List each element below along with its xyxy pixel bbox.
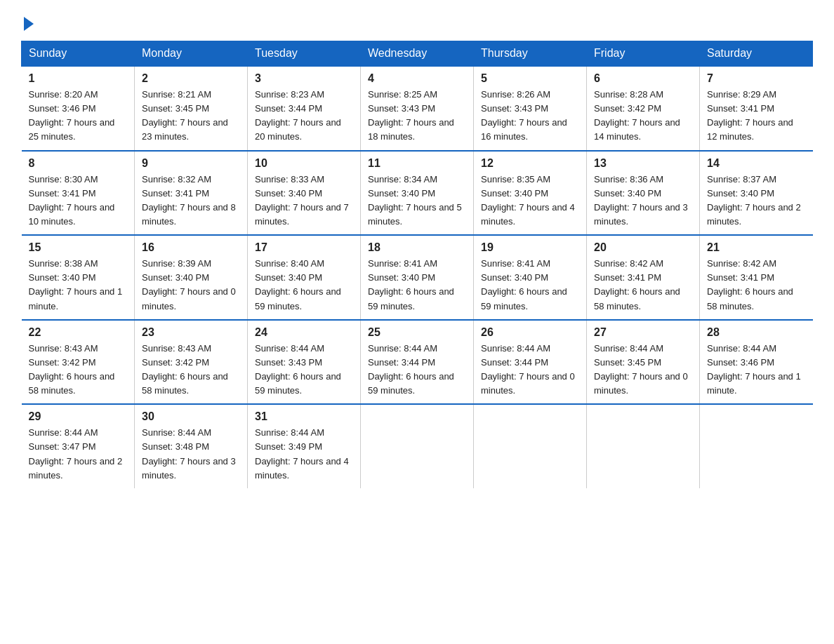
day-info: Sunrise: 8:26 AM Sunset: 3:43 PM Dayligh…: [481, 88, 579, 145]
day-info: Sunrise: 8:42 AM Sunset: 3:41 PM Dayligh…: [707, 257, 806, 314]
daylight-label: Daylight: 6 hours and 58 minutes.: [29, 371, 115, 396]
daylight-label: Daylight: 6 hours and 58 minutes.: [707, 286, 793, 311]
day-number: 8: [29, 157, 128, 170]
sunrise-label: Sunrise: 8:44 AM: [594, 343, 663, 354]
sunset-label: Sunset: 3:40 PM: [481, 188, 548, 199]
sunset-label: Sunset: 3:44 PM: [368, 357, 435, 368]
daylight-label: Daylight: 6 hours and 59 minutes.: [481, 286, 567, 311]
daylight-label: Daylight: 7 hours and 1 minute.: [707, 371, 801, 396]
sunrise-label: Sunrise: 8:23 AM: [255, 89, 324, 100]
day-info: Sunrise: 8:38 AM Sunset: 3:40 PM Dayligh…: [29, 257, 128, 314]
sunrise-label: Sunrise: 8:44 AM: [368, 343, 437, 354]
table-row: 8 Sunrise: 8:30 AM Sunset: 3:41 PM Dayli…: [22, 151, 135, 236]
table-row: 11 Sunrise: 8:34 AM Sunset: 3:40 PM Dayl…: [361, 151, 474, 236]
col-tuesday: Tuesday: [248, 41, 361, 67]
calendar-week-row: 22 Sunrise: 8:43 AM Sunset: 3:42 PM Dayl…: [22, 320, 813, 405]
sunrise-label: Sunrise: 8:25 AM: [368, 89, 437, 100]
daylight-label: Daylight: 7 hours and 5 minutes.: [368, 202, 462, 227]
daylight-label: Daylight: 7 hours and 1 minute.: [29, 286, 123, 311]
col-thursday: Thursday: [474, 41, 587, 67]
daylight-label: Daylight: 7 hours and 2 minutes.: [29, 456, 123, 481]
day-number: 2: [142, 72, 240, 85]
table-row: 31 Sunrise: 8:44 AM Sunset: 3:49 PM Dayl…: [248, 404, 361, 488]
calendar-header-row: Sunday Monday Tuesday Wednesday Thursday…: [22, 41, 813, 67]
day-number: 1: [29, 72, 128, 85]
day-info: Sunrise: 8:34 AM Sunset: 3:40 PM Dayligh…: [368, 173, 466, 229]
table-row: 17 Sunrise: 8:40 AM Sunset: 3:40 PM Dayl…: [248, 235, 361, 320]
sunset-label: Sunset: 3:49 PM: [255, 441, 322, 452]
table-row: 2 Sunrise: 8:21 AM Sunset: 3:45 PM Dayli…: [135, 66, 248, 151]
sunrise-label: Sunrise: 8:43 AM: [29, 343, 98, 354]
daylight-label: Daylight: 7 hours and 16 minutes.: [481, 117, 567, 142]
table-row: 19 Sunrise: 8:41 AM Sunset: 3:40 PM Dayl…: [474, 235, 587, 320]
table-row: 29 Sunrise: 8:44 AM Sunset: 3:47 PM Dayl…: [22, 404, 135, 488]
table-row: 21 Sunrise: 8:42 AM Sunset: 3:41 PM Dayl…: [700, 235, 813, 320]
sunrise-label: Sunrise: 8:42 AM: [707, 258, 776, 269]
col-wednesday: Wednesday: [361, 41, 474, 67]
sunset-label: Sunset: 3:41 PM: [142, 188, 209, 199]
sunrise-label: Sunrise: 8:29 AM: [707, 89, 776, 100]
sunset-label: Sunset: 3:41 PM: [594, 272, 661, 283]
daylight-label: Daylight: 6 hours and 59 minutes.: [255, 286, 341, 311]
day-info: Sunrise: 8:23 AM Sunset: 3:44 PM Dayligh…: [255, 88, 353, 145]
sunset-label: Sunset: 3:43 PM: [255, 357, 322, 368]
sunrise-label: Sunrise: 8:20 AM: [29, 89, 98, 100]
sunrise-label: Sunrise: 8:44 AM: [255, 343, 324, 354]
table-row: 14 Sunrise: 8:37 AM Sunset: 3:40 PM Dayl…: [700, 151, 813, 236]
table-row: 6 Sunrise: 8:28 AM Sunset: 3:42 PM Dayli…: [587, 66, 700, 151]
daylight-label: Daylight: 7 hours and 18 minutes.: [368, 117, 454, 142]
sunrise-label: Sunrise: 8:38 AM: [29, 258, 98, 269]
table-row: 20 Sunrise: 8:42 AM Sunset: 3:41 PM Dayl…: [587, 235, 700, 320]
sunrise-label: Sunrise: 8:44 AM: [142, 427, 211, 438]
day-info: Sunrise: 8:35 AM Sunset: 3:40 PM Dayligh…: [481, 173, 579, 229]
sunrise-label: Sunrise: 8:26 AM: [481, 89, 550, 100]
table-row: [361, 404, 474, 488]
calendar-week-row: 1 Sunrise: 8:20 AM Sunset: 3:46 PM Dayli…: [22, 66, 813, 151]
table-row: 1 Sunrise: 8:20 AM Sunset: 3:46 PM Dayli…: [22, 66, 135, 151]
day-info: Sunrise: 8:20 AM Sunset: 3:46 PM Dayligh…: [29, 88, 128, 145]
day-info: Sunrise: 8:42 AM Sunset: 3:41 PM Dayligh…: [594, 257, 692, 314]
sunset-label: Sunset: 3:40 PM: [368, 188, 435, 199]
sunrise-label: Sunrise: 8:36 AM: [594, 174, 663, 185]
sunset-label: Sunset: 3:43 PM: [481, 103, 548, 114]
table-row: 4 Sunrise: 8:25 AM Sunset: 3:43 PM Dayli…: [361, 66, 474, 151]
daylight-label: Daylight: 7 hours and 20 minutes.: [255, 117, 341, 142]
sunrise-label: Sunrise: 8:43 AM: [142, 343, 211, 354]
logo: [21, 14, 34, 28]
sunset-label: Sunset: 3:41 PM: [29, 188, 96, 199]
table-row: 26 Sunrise: 8:44 AM Sunset: 3:44 PM Dayl…: [474, 320, 587, 405]
sunset-label: Sunset: 3:40 PM: [594, 188, 661, 199]
day-info: Sunrise: 8:44 AM Sunset: 3:44 PM Dayligh…: [481, 342, 579, 398]
day-number: 14: [707, 157, 806, 170]
daylight-label: Daylight: 7 hours and 4 minutes.: [481, 202, 575, 227]
table-row: 3 Sunrise: 8:23 AM Sunset: 3:44 PM Dayli…: [248, 66, 361, 151]
sunrise-label: Sunrise: 8:28 AM: [594, 89, 663, 100]
sunset-label: Sunset: 3:45 PM: [594, 357, 661, 368]
sunset-label: Sunset: 3:45 PM: [142, 103, 209, 114]
day-number: 31: [255, 410, 353, 423]
day-number: 24: [255, 326, 353, 339]
sunrise-label: Sunrise: 8:44 AM: [29, 427, 98, 438]
table-row: 25 Sunrise: 8:44 AM Sunset: 3:44 PM Dayl…: [361, 320, 474, 405]
sunset-label: Sunset: 3:43 PM: [368, 103, 435, 114]
day-info: Sunrise: 8:44 AM Sunset: 3:47 PM Dayligh…: [29, 426, 128, 483]
table-row: 30 Sunrise: 8:44 AM Sunset: 3:48 PM Dayl…: [135, 404, 248, 488]
day-info: Sunrise: 8:30 AM Sunset: 3:41 PM Dayligh…: [29, 173, 128, 229]
sunset-label: Sunset: 3:46 PM: [29, 103, 96, 114]
logo-arrow-icon: [24, 17, 34, 31]
daylight-label: Daylight: 7 hours and 23 minutes.: [142, 117, 228, 142]
daylight-label: Daylight: 7 hours and 12 minutes.: [707, 117, 793, 142]
sunrise-label: Sunrise: 8:33 AM: [255, 174, 324, 185]
day-info: Sunrise: 8:40 AM Sunset: 3:40 PM Dayligh…: [255, 257, 353, 314]
day-number: 22: [29, 326, 128, 339]
calendar-week-row: 8 Sunrise: 8:30 AM Sunset: 3:41 PM Dayli…: [22, 151, 813, 236]
sunset-label: Sunset: 3:48 PM: [142, 441, 209, 452]
day-number: 28: [707, 326, 806, 339]
sunset-label: Sunset: 3:40 PM: [142, 272, 209, 283]
sunrise-label: Sunrise: 8:37 AM: [707, 174, 776, 185]
sunset-label: Sunset: 3:47 PM: [29, 441, 96, 452]
day-info: Sunrise: 8:25 AM Sunset: 3:43 PM Dayligh…: [368, 88, 466, 145]
day-number: 12: [481, 157, 579, 170]
col-monday: Monday: [135, 41, 248, 67]
day-number: 7: [707, 72, 806, 85]
